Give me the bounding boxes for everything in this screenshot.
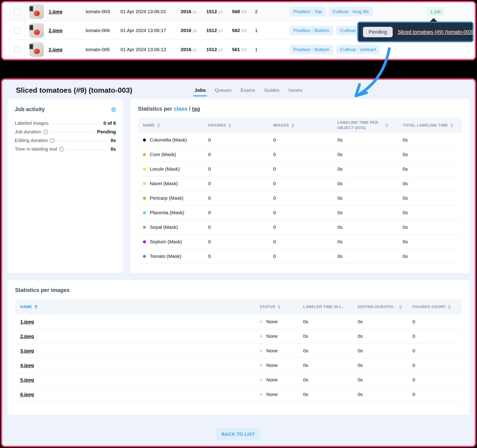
sort-icon[interactable]	[34, 305, 37, 309]
column-header-figures-count[interactable]: FIGURES COUNT	[412, 304, 462, 310]
labeler-time-value: 0s	[303, 319, 358, 324]
dataset-name: tomato-003	[86, 9, 120, 14]
image-name-link[interactable]: 6.jpeg	[20, 392, 34, 397]
class-stats-row: Navel (Mask) 0 0 0s 0s	[138, 177, 462, 191]
figures-count-value: 0	[412, 363, 462, 368]
activity-row: Job duration Pending	[15, 127, 116, 136]
column-header-status[interactable]: STATUS	[260, 304, 303, 310]
labeler-time-value: 0s	[303, 334, 358, 339]
row-edge	[2, 2, 10, 21]
images-value: 0	[273, 210, 337, 215]
images-value: 0	[273, 195, 337, 201]
column-label: STATUS	[260, 304, 275, 310]
activity-row: Labeled images 0 of 6	[15, 119, 116, 127]
column-header-name[interactable]: NAME	[20, 304, 260, 310]
row-checkbox[interactable]	[14, 46, 21, 53]
images-value: 0	[273, 253, 337, 259]
labeling-time-avg-value: 0s	[337, 152, 403, 157]
labeler-time-value: 0s	[303, 377, 358, 383]
image-name-link[interactable]: 1.jpeg	[49, 9, 62, 14]
job-activity-rows: Labeled images 0 of 6 Job duration Pendi…	[15, 119, 116, 153]
tab-bar: Jobs Queues Exams Guides Issues	[195, 88, 302, 93]
help-icon[interactable]	[43, 130, 48, 134]
sort-icon[interactable]	[385, 123, 388, 128]
image-name-link[interactable]: 2.jpeg	[20, 334, 34, 339]
image-name-link[interactable]: 4.jpeg	[20, 363, 34, 368]
tag-position: Position : Top	[290, 7, 326, 16]
figures-value: 0	[208, 253, 273, 259]
sort-icon[interactable]	[157, 123, 160, 128]
image-name-link[interactable]: 1.jpeg	[20, 319, 34, 324]
row-edge	[2, 40, 10, 59]
images-value: 0	[273, 181, 337, 186]
px-unit: px	[218, 10, 223, 14]
activity-value: 0s	[111, 138, 116, 143]
image-thumbnail[interactable]	[29, 23, 44, 38]
class-color-dot	[143, 240, 146, 243]
class-name: Sepal (Mask)	[150, 224, 178, 230]
tab-jobs[interactable]: Jobs	[195, 88, 206, 93]
labeling-time-avg-value: 0s	[337, 137, 403, 143]
px-unit: px	[193, 28, 197, 33]
class-link[interactable]: class	[174, 106, 187, 112]
column-header-name[interactable]: NAME	[143, 123, 208, 128]
job-link[interactable]: Sliced tomatoes (#9) (tomato-003)	[398, 29, 474, 35]
labeling-time-avg-value: 0s	[337, 195, 403, 201]
image-thumbnail[interactable]	[29, 42, 44, 57]
qr-code-mark	[29, 44, 33, 49]
tag-link[interactable]: tag	[192, 106, 200, 112]
column-header-figures[interactable]: FIGURES	[208, 123, 273, 128]
upload-date: 01 Apr 2024 13:06:17	[120, 28, 181, 33]
px-unit: px	[218, 28, 223, 33]
column-header-labeling-time-avg[interactable]: LABELING TIME PER OBJECT (AVG)	[337, 120, 403, 131]
images-table-header: NAME STATUS LABELER TIME IN L... EDITING…	[15, 299, 462, 315]
class-name: Core (Mask)	[150, 152, 176, 157]
sort-icon[interactable]	[228, 123, 231, 128]
row-checkbox[interactable]	[14, 27, 21, 34]
column-header-images[interactable]: IMAGES	[273, 123, 337, 128]
sort-icon[interactable]	[291, 123, 294, 128]
class-stats-row: Septum (Mask) 0 0 0s 0s	[138, 235, 462, 249]
column-header-total-labeling-time[interactable]: TOTAL LABELING TIME	[403, 123, 462, 128]
column-header-editing-duration[interactable]: EDITING DURATIO...	[358, 304, 412, 310]
tab-queues[interactable]: Queues	[215, 88, 232, 93]
sort-icon[interactable]	[448, 305, 451, 309]
thumbnail-cell	[25, 42, 49, 57]
help-icon[interactable]	[59, 147, 64, 152]
qr-code-mark	[29, 6, 33, 11]
help-icon[interactable]	[50, 138, 55, 143]
tab-guides[interactable]: Guides	[264, 88, 280, 93]
sort-icon[interactable]	[277, 305, 281, 309]
figures-value: 0	[208, 181, 273, 186]
back-to-list-button[interactable]: BACK TO LIST	[216, 428, 261, 440]
qr-code-mark	[29, 25, 33, 30]
image-name-link[interactable]: 2.jpeg	[49, 28, 62, 33]
sort-icon[interactable]	[399, 305, 402, 309]
thumbnail-cell	[25, 4, 49, 19]
image-thumbnail[interactable]	[29, 4, 44, 19]
gear-icon[interactable]	[111, 106, 116, 113]
figures-value: 0	[208, 239, 273, 244]
tag-position: Position : Bottom	[290, 26, 333, 35]
sort-icon[interactable]	[450, 123, 453, 128]
tags-cell: Position : Top Cultivar : long life	[290, 7, 475, 16]
width-value: 2016	[181, 47, 191, 52]
tab-exams[interactable]: Exams	[241, 88, 255, 93]
row-checkbox[interactable]	[14, 8, 21, 15]
jobs-badge[interactable]: 1 job	[427, 7, 444, 16]
activity-value: 0 of 6	[103, 120, 116, 126]
px-unit: px	[193, 10, 197, 14]
class-stats-row: Placenta (Mask) 0 0 0s 0s	[138, 206, 462, 220]
tag-cultivar: Cultivar : oxheart	[336, 45, 380, 54]
image-name-link[interactable]: 3.jpeg	[20, 348, 34, 353]
stats-images-title: Statistics per images	[15, 287, 462, 293]
status-dot	[260, 378, 262, 381]
image-name-link[interactable]: 2.jpeg	[49, 47, 62, 52]
image-name-link[interactable]: 5.jpeg	[20, 377, 34, 382]
stats-per-class-card: Statistics per class / tag NAME FIGURES …	[130, 99, 470, 273]
tab-issues[interactable]: Issues	[288, 88, 302, 93]
class-name: Septum (Mask)	[150, 239, 182, 244]
total-labeling-time-value: 0s	[403, 195, 462, 201]
column-header-labeler-time[interactable]: LABELER TIME IN L...	[303, 304, 358, 310]
size-value: 568	[232, 9, 240, 14]
